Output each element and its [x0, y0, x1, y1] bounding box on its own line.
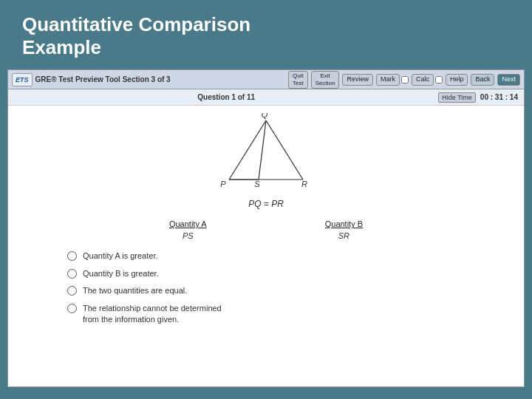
title-area: Quantitative Comparison Example: [0, 0, 532, 69]
review-button[interactable]: Review: [342, 74, 373, 86]
quantity-a-col: Quantity A PS: [169, 219, 207, 240]
hide-time-button[interactable]: Hide Time: [438, 92, 476, 103]
equation-area: PQ = PR: [23, 199, 509, 209]
help-button[interactable]: Help: [446, 74, 468, 86]
content-box: ETS GRE® Test Preview Tool Section 3 of …: [7, 69, 525, 387]
quantity-a-header: Quantity A: [169, 219, 207, 228]
svg-line-4: [259, 120, 266, 180]
mark-checkbox[interactable]: [401, 76, 409, 83]
quantity-b-value: SR: [325, 231, 363, 240]
quantity-a-value: PS: [169, 231, 207, 240]
page-title: Quantitative Comparison Example: [22, 13, 510, 59]
app-title: GRE® Test Preview Tool Section 3 of 3: [35, 75, 171, 83]
calc-checkbox[interactable]: [435, 76, 443, 83]
quantities-table: Quantity A PS Quantity B SR: [23, 219, 509, 240]
choice-c[interactable]: The two quantities are equal.: [67, 285, 509, 296]
radio-a[interactable]: [67, 251, 77, 261]
svg-line-0: [229, 120, 266, 180]
radio-c[interactable]: [67, 286, 77, 296]
question-label: Question 1 of 11: [14, 93, 438, 101]
choice-d-text: The relationship cannot be determinedfro…: [83, 303, 222, 326]
svg-text:R: R: [301, 180, 307, 188]
toolbar: ETS GRE® Test Preview Tool Section 3 of …: [8, 70, 524, 89]
ets-label: ETS: [16, 76, 29, 83]
quantity-b-header: Quantity B: [325, 219, 363, 228]
radio-b[interactable]: [67, 269, 77, 279]
ets-logo: ETS: [12, 73, 33, 86]
svg-text:P: P: [220, 180, 226, 188]
mark-group: Mark: [376, 74, 409, 86]
svg-text:Q: Q: [262, 113, 268, 119]
svg-line-1: [266, 120, 303, 180]
choice-a-text: Quantity A is greater.: [83, 250, 158, 262]
calc-group: Calc: [412, 74, 443, 86]
back-button[interactable]: Back: [471, 74, 494, 86]
review-group: Review: [342, 74, 373, 86]
triangle-svg: Q P R S: [207, 113, 325, 194]
timer: 00 : 31 : 14: [480, 93, 518, 101]
radio-d[interactable]: [67, 304, 77, 313]
mark-button[interactable]: Mark: [376, 74, 400, 86]
triangle-diagram: Q P R S: [23, 113, 509, 194]
quantity-b-col: Quantity B SR: [325, 219, 363, 240]
choice-a[interactable]: Quantity A is greater.: [67, 250, 509, 262]
choice-b-text: Quantity B is greater.: [83, 268, 159, 279]
question-bar: Question 1 of 11 Hide Time 00 : 31 : 14: [8, 89, 524, 106]
choice-d[interactable]: The relationship cannot be determinedfro…: [67, 303, 509, 326]
choice-c-text: The two quantities are equal.: [83, 285, 187, 296]
next-button[interactable]: Next: [497, 74, 520, 86]
calc-button[interactable]: Calc: [412, 74, 434, 86]
answer-choices: Quantity A is greater. Quantity B is gre…: [67, 250, 509, 325]
svg-text:S: S: [254, 180, 260, 188]
quit-test-button[interactable]: Quit Test: [288, 71, 308, 89]
question-content: Q P R S PQ = PR Quantity A PS Quantity B…: [8, 106, 524, 386]
choice-b[interactable]: Quantity B is greater.: [67, 268, 509, 279]
exit-section-button[interactable]: Exit Section: [311, 71, 340, 89]
